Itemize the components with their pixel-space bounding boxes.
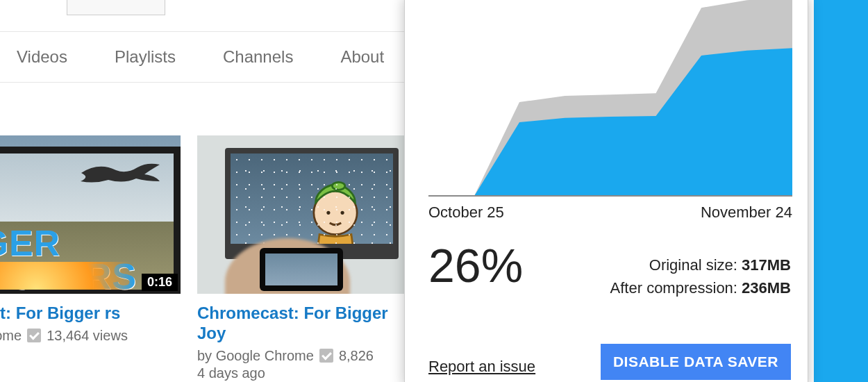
channel-search-box[interactable]	[67, 0, 165, 15]
video-title[interactable]: cast: For Bigger rs	[0, 304, 181, 324]
svg-point-1	[332, 182, 344, 190]
chart-x-axis	[428, 195, 792, 197]
cartoon-character-icon	[297, 177, 374, 244]
svg-point-3	[341, 211, 344, 215]
chart-start-date: October 25	[428, 204, 504, 222]
video-card[interactable]: R GGER ORCHERS 0:16 cast: For Bigger rs …	[0, 135, 181, 381]
dragon-icon	[78, 160, 161, 188]
video-grid: R GGER ORCHERS 0:16 cast: For Bigger rs …	[0, 135, 406, 381]
report-issue-link[interactable]: Report an issue	[428, 358, 535, 376]
browser-blue-background	[814, 0, 868, 382]
savings-percentage: 26%	[428, 238, 523, 292]
video-duration-badge: 0:16	[142, 274, 178, 291]
after-compression-label: After compression:	[610, 279, 742, 297]
disable-data-saver-button[interactable]: DISABLE DATA SAVER	[601, 344, 791, 380]
tab-playlists[interactable]: Playlists	[115, 47, 176, 67]
tab-videos[interactable]: Videos	[17, 47, 67, 67]
size-summary: Original size: 317MB After compression: …	[610, 254, 791, 299]
verified-badge-icon	[319, 349, 333, 363]
phone-icon	[260, 248, 343, 291]
svg-point-2	[326, 211, 330, 215]
video-title[interactable]: Chromecast: For Bigger Joy	[197, 304, 406, 344]
verified-badge-icon	[27, 329, 41, 342]
tab-channels[interactable]: Channels	[223, 47, 293, 67]
video-thumbnail[interactable]	[197, 135, 406, 294]
tab-about[interactable]: About	[340, 47, 384, 67]
data-usage-chart	[428, 0, 792, 197]
chart-end-date: November 24	[701, 204, 792, 222]
original-size-value: 317MB	[742, 256, 791, 274]
svg-point-0	[314, 191, 357, 234]
video-author[interactable]: Chrome	[0, 328, 22, 344]
video-card[interactable]: Chromecast: For Bigger Joy by Google Chr…	[197, 135, 406, 381]
video-thumbnail[interactable]: R GGER ORCHERS 0:16	[0, 135, 181, 294]
video-views: 13,464 views	[47, 328, 128, 344]
original-size-label: Original size:	[649, 256, 742, 274]
after-compression-value: 236MB	[742, 279, 791, 297]
video-age: 4 days ago	[197, 365, 406, 381]
video-author[interactable]: by Google Chrome	[197, 348, 314, 364]
data-saver-popup: October 25 November 24 26% Original size…	[404, 0, 808, 382]
video-views: 8,826	[339, 348, 374, 364]
